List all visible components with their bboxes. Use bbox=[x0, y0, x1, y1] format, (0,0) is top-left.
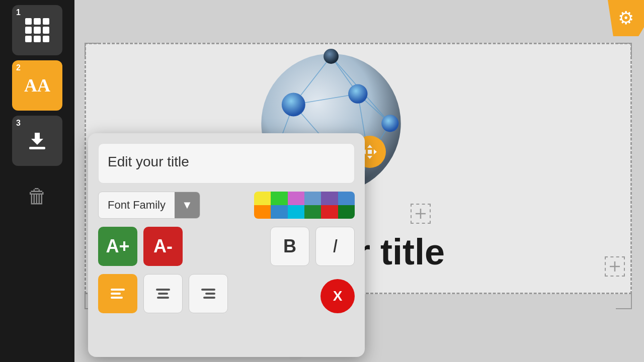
bold-button[interactable]: B bbox=[270, 227, 309, 266]
color-cell-purple-dark[interactable] bbox=[321, 192, 338, 205]
svg-marker-1 bbox=[31, 133, 43, 145]
settings-button[interactable]: ⚙ bbox=[608, 0, 644, 36]
font-row: Font Family ▼ bbox=[98, 192, 355, 219]
svg-marker-34 bbox=[374, 149, 377, 154]
close-dialog-button[interactable]: X bbox=[320, 279, 355, 313]
dropdown-chevron-icon: ▼ bbox=[182, 199, 193, 212]
svg-point-25 bbox=[381, 115, 398, 132]
color-cell-orange[interactable] bbox=[254, 205, 271, 219]
color-cell-forest-green[interactable] bbox=[338, 205, 355, 219]
sidebar-btn-3[interactable]: 3 bbox=[12, 116, 62, 166]
font-size-increase-button[interactable]: A+ bbox=[98, 227, 137, 266]
svg-rect-44 bbox=[203, 297, 215, 299]
sidebar-btn-1-number: 1 bbox=[16, 8, 21, 17]
aa-icon: AA bbox=[24, 75, 50, 96]
trash-button[interactable]: 🗑 bbox=[12, 176, 62, 216]
color-cell-blue-mid[interactable] bbox=[304, 192, 321, 205]
download-icon bbox=[24, 128, 50, 154]
svg-rect-0 bbox=[29, 147, 45, 149]
color-cell-green[interactable] bbox=[271, 192, 287, 205]
italic-label: I bbox=[333, 236, 338, 257]
resize-handle-tr[interactable] bbox=[616, 43, 632, 59]
font-family-dropdown-arrow[interactable]: ▼ bbox=[175, 192, 200, 219]
align-left-button[interactable] bbox=[98, 274, 137, 313]
sidebar-btn-1[interactable]: 1 bbox=[12, 5, 62, 55]
font-size-decrease-label: A- bbox=[153, 236, 173, 257]
color-cell-red[interactable] bbox=[321, 205, 338, 219]
color-cell-yellow[interactable] bbox=[254, 192, 271, 205]
trash-icon: 🗑 bbox=[27, 185, 47, 208]
svg-marker-31 bbox=[367, 145, 372, 148]
style-row: A+ A- B I bbox=[98, 227, 355, 266]
svg-point-22 bbox=[324, 49, 339, 64]
align-center-button[interactable] bbox=[143, 274, 183, 313]
svg-point-23 bbox=[282, 93, 305, 117]
color-cell-cyan[interactable] bbox=[288, 205, 304, 219]
title-input-text: Edit your title bbox=[108, 154, 189, 169]
svg-rect-39 bbox=[156, 289, 170, 291]
svg-rect-36 bbox=[111, 289, 125, 291]
gear-icon: ⚙ bbox=[618, 8, 634, 29]
color-cell-purple-light[interactable] bbox=[288, 192, 304, 205]
resize-handle-br[interactable] bbox=[616, 293, 632, 309]
close-icon: X bbox=[333, 288, 343, 304]
font-size-increase-label: A+ bbox=[106, 236, 129, 257]
color-cell-blue-dark[interactable] bbox=[271, 205, 287, 219]
svg-rect-37 bbox=[111, 293, 121, 295]
sidebar-btn-2[interactable]: 2 AA bbox=[12, 60, 62, 111]
svg-rect-35 bbox=[368, 150, 372, 154]
title-input[interactable]: Edit your title bbox=[98, 143, 355, 184]
color-cell-blue[interactable] bbox=[338, 192, 355, 205]
align-right-button[interactable] bbox=[189, 274, 228, 313]
sidebar-btn-3-number: 3 bbox=[16, 119, 21, 128]
sidebar-btn-2-number: 2 bbox=[16, 63, 21, 72]
text-edit-dialog: Edit your title Font Family ▼ A+ A- B I bbox=[88, 133, 365, 357]
font-family-dropdown[interactable]: Font Family ▼ bbox=[98, 192, 200, 219]
svg-marker-32 bbox=[367, 156, 372, 159]
italic-button[interactable]: I bbox=[315, 227, 355, 266]
add-element-button-2[interactable] bbox=[605, 256, 625, 277]
font-family-label: Font Family bbox=[99, 199, 175, 212]
color-cell-dark-green[interactable] bbox=[304, 205, 321, 219]
svg-rect-38 bbox=[111, 297, 123, 299]
svg-rect-41 bbox=[157, 297, 169, 299]
sidebar: 1 2 AA 3 🗑 bbox=[0, 0, 74, 362]
grid-icon bbox=[25, 18, 49, 42]
svg-point-24 bbox=[348, 84, 367, 103]
bold-label: B bbox=[283, 236, 296, 257]
font-size-decrease-button[interactable]: A- bbox=[143, 227, 183, 266]
svg-rect-43 bbox=[205, 293, 215, 295]
color-palette bbox=[254, 192, 355, 219]
align-row: X bbox=[98, 274, 355, 313]
svg-rect-42 bbox=[201, 289, 215, 291]
resize-handle-tl[interactable] bbox=[85, 43, 101, 59]
add-element-button[interactable] bbox=[411, 204, 431, 224]
svg-rect-40 bbox=[158, 293, 168, 295]
canvas-title-text: r title bbox=[356, 231, 445, 273]
